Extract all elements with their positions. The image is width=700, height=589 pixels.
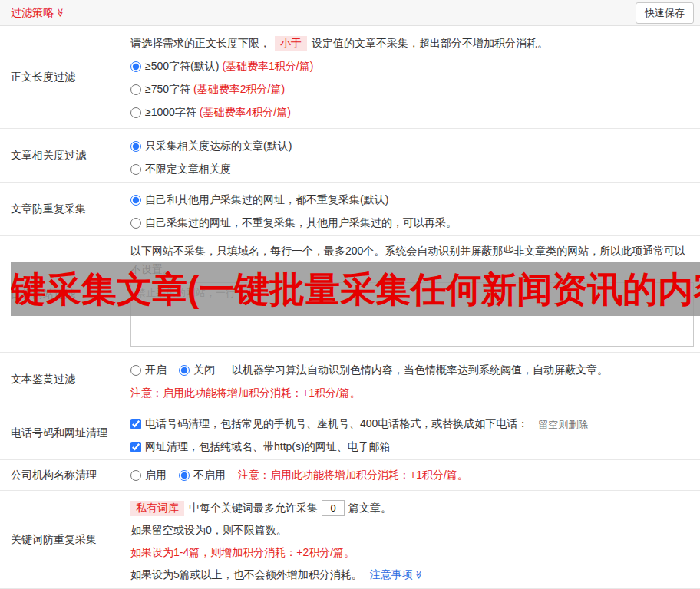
chevron-down-icon: ≫ [414,571,423,580]
company-option-enable[interactable]: 启用 [130,469,167,482]
dedup-radio-all-users[interactable] [130,195,141,206]
length-option-1000-fee: (基础费率4积分/篇) [200,106,291,120]
length-intro-highlight: 小于 [275,36,307,51]
company-option-disable[interactable]: 不启用 [179,469,226,482]
keyword-line3-note: 如果设为1-4篇，则增加积分消耗：+2积分/篇。 [130,541,694,564]
notes-link-label: 注意事项 [370,568,413,582]
page-title-text: 过滤策略 [11,6,54,20]
relevance-option-strict[interactable]: 只采集相关度达标的文章(默认) [130,140,292,153]
keyword-count-input[interactable] [322,500,345,516]
relevance-option-any[interactable]: 不限定文章相关度 [130,163,231,176]
relevance-option-any-label: 不限定文章相关度 [145,163,231,176]
keyword-line1-end: 篇文章。 [348,502,391,515]
length-option-1000-label: ≥1000字符 [145,106,196,120]
row-label-dedup: 文章防重复采集 [0,183,130,235]
dedup-option-self-only-label: 自己采集过的网址，不重复采集，其他用户采集过的，可以再采。 [145,216,457,230]
watermark-text: 键采集文章(一键批量采集任何新闻资讯的内容 [11,271,700,307]
company-option-disable-label: 不启用 [193,469,226,482]
notes-link[interactable]: 注意事项 ≫ [370,568,424,582]
relevance-option-strict-label: 只采集相关度达标的文章(默认) [145,140,292,153]
dedup-option-all-users[interactable]: 自己和其他用户采集过的网址，都不重复采集(默认) [130,193,388,207]
length-intro: 请选择需求的正文长度下限， 小于 设定值的文章不采集，超出部分不增加积分消耗。 [130,32,694,55]
phone-cleanup-checkbox[interactable] [130,419,141,429]
chevron-down-icon[interactable]: ≫ [56,8,64,18]
dedup-option-self-only[interactable]: 自己采集过的网址，不重复采集，其他用户采集过的，可以再采。 [130,216,457,230]
url-cleanup-option[interactable]: 网址清理，包括纯域名、带http(s)的网址、电子邮箱 [130,440,391,454]
topbar: 过滤策略 ≫ 快速保存 [0,0,700,26]
row-label-porn: 文本鉴黄过滤 [0,353,130,406]
porn-description: 以机器学习算法自动识别色情内容，当色情概率达到系统阈值，自动屏蔽文章。 [232,364,608,377]
length-radio-750[interactable] [130,84,141,95]
length-option-750-label: ≥750字符 [145,83,190,97]
company-option-enable-label: 启用 [145,469,167,482]
company-cost-note: 注意：启用此功能将增加积分消耗：+1积分/篇。 [238,469,468,482]
relevance-radio-any[interactable] [130,164,141,175]
length-option-500-label: ≥500字符(默认) [145,60,219,74]
row-phone-url-cleanup: 电话号码和网址清理 电话号码清理，包括常见的手机号、座机号、400电话格式，或替… [0,406,700,460]
length-option-750[interactable]: ≥750字符 (基础费率2积分/篇) [130,83,285,97]
row-label-body-length: 正文长度过滤 [0,26,130,128]
replacement-phone-input[interactable] [533,416,626,433]
company-radio-disable[interactable] [179,470,190,481]
private-lexicon-badge: 私有词库 [130,501,184,516]
row-dedup-collection: 文章防重复采集 自己和其他用户采集过的网址，都不重复采集(默认) 自己采集过的网… [0,183,700,236]
row-label-company: 公司机构名称清理 [0,460,130,490]
porn-radio-on[interactable] [130,365,141,376]
row-relevance-filter: 文章相关度过滤 只采集相关度达标的文章(默认) 不限定文章相关度 [0,129,700,183]
length-option-750-fee: (基础费率2积分/篇) [193,83,285,97]
row-label-phone-url: 电话号码和网址清理 [0,406,130,459]
filter-strategy-page: 过滤策略 ≫ 快速保存 正文长度过滤 请选择需求的正文长度下限， 小于 设定值的… [0,0,700,589]
keyword-line1-mid: 中每个关键词最多允许采集 [189,502,318,515]
relevance-radio-strict[interactable] [130,141,141,152]
length-radio-1000[interactable] [130,107,141,118]
porn-radio-off[interactable] [179,365,190,376]
porn-option-on-label: 开启 [145,364,167,377]
company-radio-enable[interactable] [130,470,141,481]
porn-option-off-label: 关闭 [193,364,215,377]
row-body-length-filter: 正文长度过滤 请选择需求的正文长度下限， 小于 设定值的文章不采集，超出部分不增… [0,26,700,129]
length-intro-post: 设定值的文章不采集，超出部分不增加积分消耗。 [312,37,548,51]
dedup-option-all-users-label: 自己和其他用户采集过的网址，都不重复采集(默认) [145,193,388,207]
row-label-relevance: 文章相关度过滤 [0,129,130,182]
keyword-line4: 如果设为5篇或以上，也不会额外增加积分消耗。 [130,568,362,582]
url-cleanup-label: 网址清理，包括纯域名、带http(s)的网址、电子邮箱 [145,440,391,454]
porn-cost-note: 注意：启用此功能将增加积分消耗：+1积分/篇。 [130,387,361,400]
url-cleanup-checkbox[interactable] [130,442,141,452]
row-label-keyword: 关键词防重复采集 [0,491,130,588]
row-keyword-dedup: 关键词防重复采集 私有词库 中每个关键词最多允许采集 篇文章。 如果留空或设为0… [0,491,700,589]
length-intro-pre: 请选择需求的正文长度下限， [130,37,270,51]
porn-option-off[interactable]: 关闭 [179,364,215,377]
porn-option-on[interactable]: 开启 [130,364,167,377]
quick-save-button[interactable]: 快速保存 [636,2,694,24]
phone-cleanup-label: 电话号码清理，包括常见的手机号、座机号、400电话格式，或替换成如下电话： [145,417,528,431]
length-option-500-fee: (基础费率1积分/篇) [222,60,313,74]
phone-cleanup-option[interactable]: 电话号码清理，包括常见的手机号、座机号、400电话格式，或替换成如下电话： [130,417,528,431]
page-title: 过滤策略 ≫ [11,6,65,20]
length-radio-500[interactable] [130,61,141,72]
length-option-500[interactable]: ≥500字符(默认) (基础费率1积分/篇) [130,60,313,74]
length-option-1000[interactable]: ≥1000字符 (基础费率4积分/篇) [130,106,291,120]
row-company-cleanup: 公司机构名称清理 启用 不启用 注意：启用此功能将增加积分消耗：+1积分/篇。 [0,460,700,491]
dedup-radio-self-only[interactable] [130,218,141,229]
keyword-line2: 如果留空或设为0，则不限篇数。 [130,519,694,541]
row-porn-filter: 文本鉴黄过滤 开启 关闭 以机器学习算法自动识别色情内容，当色情概率达到系统阈值… [0,353,700,406]
watermark-banner: 键采集文章(一键批量采集任何新闻资讯的内容 [11,262,700,316]
